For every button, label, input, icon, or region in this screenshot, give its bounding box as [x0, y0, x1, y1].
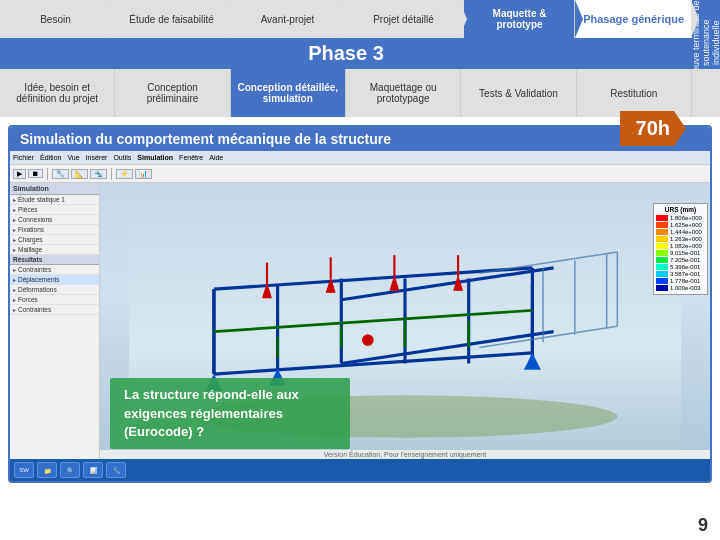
sim-main-area: Simulation Étude statique 1 Pièces Conne…: [10, 183, 710, 459]
taskbar-btn-3[interactable]: 🔍: [60, 462, 80, 478]
taskbar-btn-1[interactable]: SW: [14, 462, 34, 478]
menu-fenetre[interactable]: Fenêtre: [179, 154, 203, 161]
sim-viewport: URS (mm) 1.806e+000 1.625e+000: [100, 183, 710, 459]
menu-vue[interactable]: Vue: [67, 154, 79, 161]
sidebar-item-deformations[interactable]: Déformations: [10, 285, 99, 295]
sim-toolbar: ▶ ⏹ 🔧 📐 🔩 ⚡ 📊: [10, 165, 710, 183]
legend-item-1: 1.806e+000: [656, 215, 705, 221]
taskbar-btn-2[interactable]: 📁: [37, 462, 57, 478]
sidebar-item-charges[interactable]: Charges: [10, 235, 99, 245]
sidebar-item-fixations[interactable]: Fixations: [10, 225, 99, 235]
simulation-content: Fichier Édition Vue Insérer Outils Simul…: [10, 151, 710, 481]
sidebar-item-pieces[interactable]: Pièces: [10, 205, 99, 215]
question-overlay: La structure répond-elle aux exigences r…: [110, 378, 350, 449]
top-nav-wrapper: Besoin Étude de faisabilité Avant-projet…: [0, 0, 720, 38]
sub-item-maquettage[interactable]: Maquettage ou prototypage: [346, 69, 461, 117]
phasage-label: Phasage générique: [574, 0, 692, 38]
sim-legend: URS (mm) 1.806e+000 1.625e+000: [653, 203, 708, 295]
toolbar-separator-2: [111, 168, 112, 180]
nav-item-projet-detaille[interactable]: Projet détaillé: [348, 0, 460, 38]
simulation-title: Simulation du comportement mécanique de …: [10, 127, 710, 151]
menu-outils[interactable]: Outils: [113, 154, 131, 161]
phase-bar: Phase 3: [0, 38, 720, 69]
sub-nav: Idée, besoin et définition du projet Con…: [0, 69, 720, 117]
menu-edition[interactable]: Édition: [40, 154, 61, 161]
menu-inserer[interactable]: Insérer: [86, 154, 108, 161]
toolbar-btn-4[interactable]: 📐: [71, 169, 88, 179]
sidebar-item-contraintes[interactable]: Contraintes: [10, 265, 99, 275]
sidebar-item-etude[interactable]: Étude statique 1: [10, 195, 99, 205]
legend-item-3: 1.444e+000: [656, 229, 705, 235]
toolbar-btn-2[interactable]: ⏹: [28, 169, 43, 178]
sidebar-results-header: Résultats: [10, 255, 99, 265]
legend-title: URS (mm): [656, 206, 705, 213]
sidebar-item-connexions[interactable]: Connexions: [10, 215, 99, 225]
sub-item-tests-validation[interactable]: Tests & Validation: [461, 69, 576, 117]
toolbar-separator-1: [47, 168, 48, 180]
sub-item-conception-detail[interactable]: Conception détaillée, simulation: [231, 69, 346, 117]
legend-item-6: 9.015e-001: [656, 250, 705, 256]
legend-item-8: 5.396e-001: [656, 264, 705, 270]
nav-item-besoin[interactable]: Besoin: [0, 0, 112, 38]
legend-item-2: 1.625e+000: [656, 222, 705, 228]
toolbar-btn-7[interactable]: 📊: [135, 169, 152, 179]
sim-sidebar-header: Simulation: [10, 183, 99, 195]
page-container: Besoin Étude de faisabilité Avant-projet…: [0, 0, 720, 540]
toolbar-btn-5[interactable]: 🔩: [90, 169, 107, 179]
legend-item-9: 3.587e-001: [656, 271, 705, 277]
toolbar-btn-1[interactable]: ▶: [13, 169, 26, 179]
nav-item-feasibility[interactable]: Étude de faisabilité: [116, 0, 228, 38]
legend-item-4: 1.263e+000: [656, 236, 705, 242]
duration-badge: 70h: [620, 111, 686, 146]
phase-label: Phase 3: [308, 42, 384, 64]
legend-item-5: 1.082e+000: [656, 243, 705, 249]
sub-item-restitution[interactable]: Restitution: [577, 69, 692, 117]
sub-item-idee[interactable]: Idée, besoin et définition du projet: [0, 69, 115, 117]
toolbar-btn-6[interactable]: ⚡: [116, 169, 133, 179]
sub-item-conception-prelim[interactable]: Conception préliminaire: [115, 69, 230, 117]
svg-point-27: [363, 335, 374, 346]
nav-item-maquette[interactable]: Maquette & prototype: [464, 0, 576, 38]
menu-simulation[interactable]: Simulation: [137, 154, 173, 161]
menu-aide[interactable]: Aide: [209, 154, 223, 161]
legend-item-10: 1.778e-001: [656, 278, 705, 284]
sim-taskbar: SW 📁 🔍 📊 🔧: [10, 459, 710, 481]
sidebar-item-contraintes2[interactable]: Contraintes: [10, 305, 99, 315]
taskbar-btn-4[interactable]: 📊: [83, 462, 103, 478]
top-nav: Besoin Étude de faisabilité Avant-projet…: [0, 0, 692, 38]
menu-fichier[interactable]: Fichier: [13, 154, 34, 161]
sidebar-item-forces[interactable]: Forces: [10, 295, 99, 305]
page-number: 9: [698, 515, 708, 536]
toolbar-btn-3[interactable]: 🔧: [52, 169, 69, 179]
legend-item-7: 7.205e-001: [656, 257, 705, 263]
taskbar-btn-5[interactable]: 🔧: [106, 462, 126, 478]
sim-sidebar: Simulation Étude statique 1 Pièces Conne…: [10, 183, 100, 459]
sidebar-item-deplacements[interactable]: Déplacements: [10, 275, 99, 285]
sub-nav-section: Idée, besoin et définition du projet Con…: [0, 69, 720, 117]
legend-item-11: 1.000e-003: [656, 285, 705, 291]
simulation-section: Simulation du comportement mécanique de …: [8, 125, 712, 483]
sim-menu-bar: Fichier Édition Vue Insérer Outils Simul…: [10, 151, 710, 165]
nav-item-avant-projet[interactable]: Avant-projet: [232, 0, 344, 38]
version-text: Version Éducation, Pour l'enseignement u…: [100, 450, 710, 459]
sidebar-item-maillage[interactable]: Maillage: [10, 245, 99, 255]
